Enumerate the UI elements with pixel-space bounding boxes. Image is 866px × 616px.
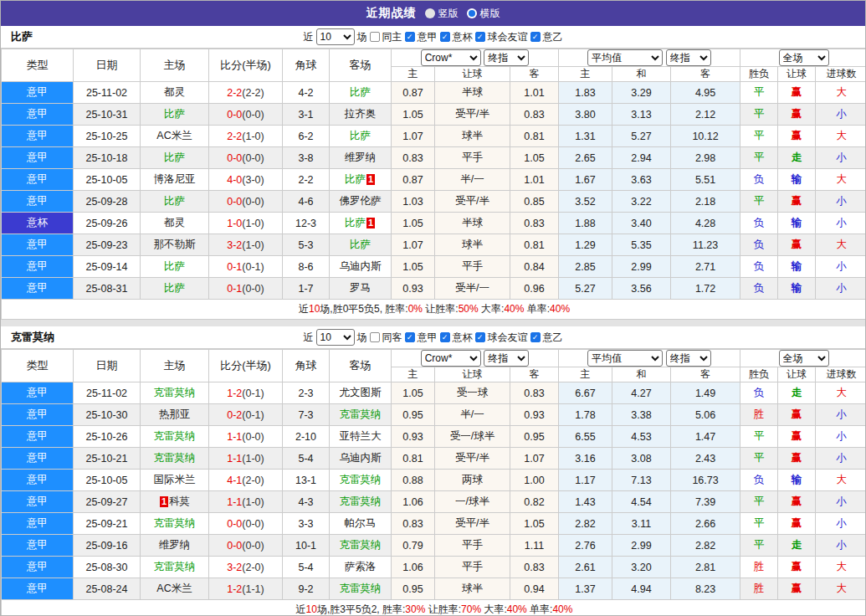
avg-home-odds: 2.65: [559, 147, 612, 169]
home-team-cell: 博洛尼亚: [141, 169, 209, 191]
crow-odds-group-header: Crow* 终指: [392, 350, 559, 367]
league-filter-label: 意杯: [453, 30, 473, 44]
crow-away-odds: 1.05: [510, 513, 559, 535]
away-team-cell: 比萨1: [330, 213, 392, 234]
full-match-select[interactable]: 全场: [779, 49, 829, 66]
average-odds-select[interactable]: 平均值: [587, 49, 663, 66]
corner-cell: 3-1: [283, 104, 330, 126]
crow-home-odds: 0.87: [392, 82, 435, 104]
final-index-select[interactable]: 终指: [484, 350, 529, 367]
average-odds-select[interactable]: 平均值: [587, 350, 663, 367]
column-subheader: 和: [612, 367, 671, 382]
final-index-select[interactable]: 终指: [484, 49, 529, 66]
home-team-cell: 都灵: [141, 213, 209, 234]
handicap-verdict: 赢: [778, 404, 816, 426]
home-team-cell: 1科莫: [141, 491, 209, 513]
league-filter-checkbox[interactable]: ✓: [475, 332, 485, 342]
final-index-select[interactable]: 终指: [666, 350, 711, 367]
avg-home-odds: 1.31: [559, 126, 612, 147]
avg-home-odds: 5.27: [559, 278, 612, 300]
summary-segment: 40%: [550, 303, 570, 315]
horizontal-radio-icon[interactable]: [467, 8, 477, 18]
corner-cell: 2-3: [283, 382, 330, 404]
crow-away-odds: 0.93: [510, 404, 559, 426]
goals-verdict: 大: [816, 126, 866, 147]
avg-draw-odds: 3.20: [612, 557, 671, 578]
avg-home-odds: 1.83: [559, 82, 612, 104]
crow-odds-select[interactable]: Crow*: [421, 49, 481, 66]
avg-home-odds: 1.37: [559, 578, 612, 600]
crow-home-odds: 0.88: [392, 470, 435, 491]
league-filter-checkbox[interactable]: ✓: [440, 32, 450, 42]
crow-odds-select[interactable]: Crow*: [421, 350, 481, 367]
league-filter-checkbox[interactable]: ✓: [530, 332, 541, 342]
same-venue-checkbox[interactable]: [370, 32, 380, 42]
crow-home-odds: 0.93: [392, 426, 435, 448]
team-label: 佛罗伦萨: [340, 195, 382, 207]
halftime-score: (3-0): [242, 174, 264, 186]
crow-handicap: 平手: [435, 535, 510, 557]
crow-away-odds: 1.05: [510, 147, 559, 169]
league-type-cell: 意甲: [2, 404, 74, 426]
handicap-verdict: 赢: [778, 578, 816, 600]
goals-verdict: 大: [816, 470, 866, 491]
match-row: 意甲25-09-28比萨0-0(0-0)4-6佛罗伦萨1.03受平/半0.853…: [2, 191, 866, 213]
league-filter-checkbox[interactable]: ✓: [475, 32, 485, 42]
team-label: 都灵: [164, 86, 185, 98]
league-filter-checkbox[interactable]: ✓: [440, 332, 450, 342]
column-header: 比分(半场): [209, 49, 283, 82]
recent-count-select[interactable]: 10: [316, 28, 355, 45]
corner-cell: 2-2: [283, 169, 330, 191]
crow-home-odds: 0.95: [392, 404, 435, 426]
league-type-cell: 意甲: [2, 256, 74, 278]
league-filter-checkbox[interactable]: ✓: [405, 32, 415, 42]
avg-draw-odds: 5.27: [612, 126, 671, 147]
layout-vertical-option[interactable]: 竖版: [425, 7, 459, 21]
avg-home-odds: 2.61: [559, 557, 612, 578]
avg-away-odds: 1.49: [671, 382, 740, 404]
section-header: 克雷莫纳近10场同客✓意甲✓意杯✓球会友谊✓意乙: [1, 326, 865, 349]
team-label: 比萨: [164, 195, 185, 207]
page-title: 近期战绩: [366, 6, 417, 21]
result-verdict: 平: [740, 491, 778, 513]
page: 近期战绩 竖版 横版 比萨近10场同主✓意甲✓意杯✓球会友谊✓意乙类型日期主场比…: [0, 0, 866, 616]
full-match-select[interactable]: 全场: [779, 350, 829, 367]
final-index-select[interactable]: 终指: [666, 49, 711, 66]
score-cell: 2-2(1-0): [209, 126, 283, 147]
halftime-score: (2-0): [242, 475, 264, 486]
home-team-cell: 克雷莫纳: [141, 426, 209, 448]
crow-home-odds: 1.03: [392, 191, 435, 213]
fulltime-score: 0-1: [227, 261, 242, 273]
crow-handicap: 平手: [435, 256, 510, 278]
league-filter-checkbox[interactable]: ✓: [405, 332, 415, 342]
full-match-group-header: 全场: [740, 350, 866, 367]
crow-handicap: 半/一: [435, 404, 510, 426]
vertical-radio-icon[interactable]: [425, 8, 435, 18]
halftime-score: (0-0): [242, 540, 264, 552]
league-filter-checkbox[interactable]: ✓: [530, 32, 541, 42]
date-cell: 25-10-26: [74, 426, 141, 448]
column-subheader: 让球: [778, 67, 816, 82]
recent-label: 近: [304, 331, 314, 345]
away-team-cell: 比萨1: [330, 169, 392, 191]
handicap-verdict: 输: [778, 470, 816, 491]
goals-verdict: 大: [816, 578, 866, 600]
halftime-score: (1-0): [242, 496, 264, 508]
date-cell: 25-09-28: [74, 191, 141, 213]
filter-bar: 近10场同客✓意甲✓意杯✓球会友谊✓意乙: [304, 329, 563, 346]
avg-home-odds: 1.78: [559, 404, 612, 426]
goals-verdict: 小: [816, 535, 866, 557]
avg-away-odds: 7.39: [671, 491, 740, 513]
crow-home-odds: 1.06: [392, 557, 435, 578]
layout-horizontal-option[interactable]: 横版: [467, 7, 500, 21]
same-venue-checkbox[interactable]: [370, 332, 380, 342]
summary-segment: 大率:: [481, 603, 507, 615]
halftime-score: (0-0): [242, 283, 264, 295]
avg-draw-odds: 3.56: [612, 278, 671, 300]
avg-draw-odds: 4.54: [612, 491, 671, 513]
corner-cell: 5-3: [283, 234, 330, 256]
summary-segment: 近: [299, 303, 309, 315]
crow-handicap: 受平/半: [435, 448, 510, 470]
recent-count-select[interactable]: 10: [316, 329, 355, 346]
league-filter-label: 意乙: [543, 331, 563, 345]
